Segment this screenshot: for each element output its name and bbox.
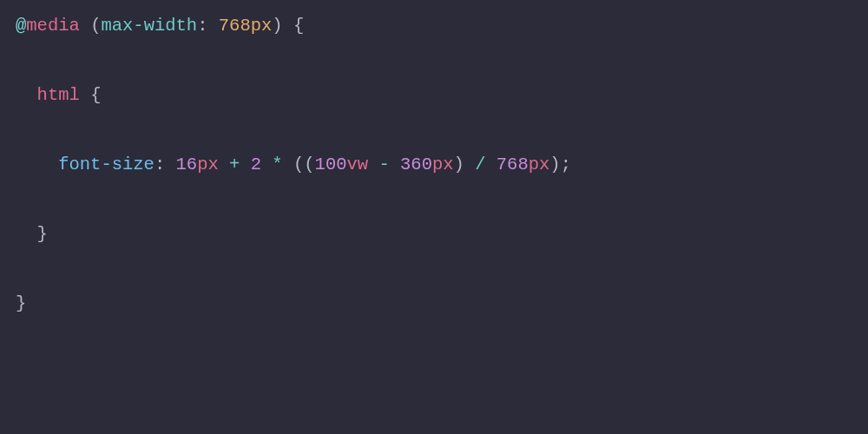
code-line: /* Laptop and Desktops screens */ [16,425,852,434]
paren: ) [272,16,282,36]
number: 2 [251,155,261,174]
code-editor[interactable]: @media (max-width: 768px) { html { font-… [0,0,868,434]
selector: html [37,85,80,105]
number: 360 [400,155,432,174]
property: font-size [58,155,155,174]
code-line: @media (max-width: 768px) { [16,9,852,43]
unit: vw [346,155,368,174]
brace-open: { [293,16,304,36]
at-token: @ [16,16,26,36]
colon: : [197,16,207,36]
media-keyword: media [26,16,80,36]
colon: : [155,155,165,174]
number: 768 [496,155,529,174]
code-line: } [16,286,852,321]
unit: px [432,155,454,174]
brace-close: } [16,293,26,313]
code-line: font-size: 16px + 2 * ((100vw - 360px) /… [16,148,852,182]
operator: + [229,155,240,174]
paren: ( [293,155,304,174]
condition: max-width [101,16,197,36]
paren: ( [304,155,314,174]
brace-open: { [90,85,101,105]
semicolon: ; [561,155,571,174]
paren: ) [549,155,560,174]
code-line: html { [16,78,852,113]
operator: / [475,155,485,174]
value: 768px [219,16,273,36]
paren: ) [454,155,464,174]
brace-close: } [37,224,48,244]
number: 100 [315,155,347,174]
blank-line [16,356,852,391]
operator: * [272,155,282,174]
unit: px [197,155,219,174]
unit: px [529,155,550,174]
paren: ( [90,16,101,36]
number: 16 [176,155,198,174]
operator: - [378,155,389,174]
code-line: } [16,217,852,252]
